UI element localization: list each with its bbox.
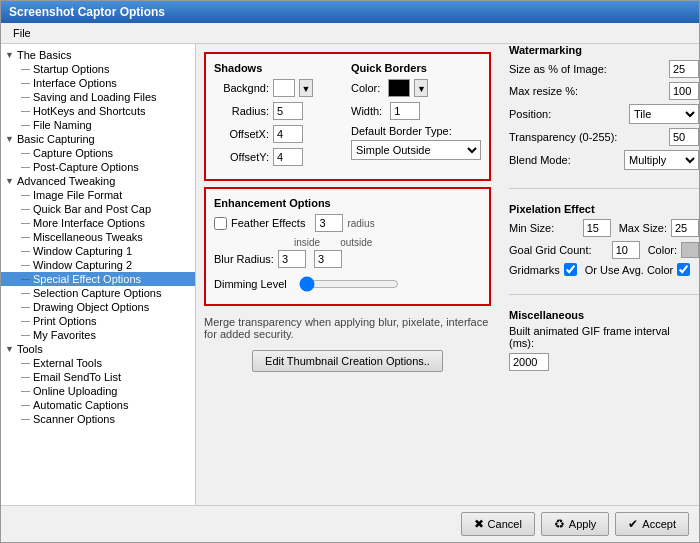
bottom-bar: ✖ Cancel ♻ Apply ✔ Accept	[1, 505, 699, 542]
shadows-section: Shadows Backgnd: ▼ Radius: OffsetX:	[214, 62, 341, 171]
wm-transparency-input[interactable]	[669, 128, 699, 146]
dimming-slider[interactable]	[299, 277, 399, 291]
sidebar-item-more-interface[interactable]: — More Interface Options	[1, 216, 195, 230]
px-goal-input[interactable]	[612, 241, 640, 259]
sidebar-section-the-basics[interactable]: ▼ The Basics	[1, 48, 195, 62]
expand-arrow: ▼	[5, 344, 17, 354]
main-panel: Shadows Backgnd: ▼ Radius: OffsetX:	[196, 44, 699, 505]
wm-size-row: Size as % of Image:	[509, 60, 699, 78]
misc-title: Miscellaneous	[509, 309, 699, 321]
file-menu[interactable]: File	[5, 25, 39, 41]
sidebar-item-my-favorites[interactable]: — My Favorites	[1, 328, 195, 342]
sidebar-item-email-send[interactable]: — Email SendTo List	[1, 370, 195, 384]
px-max-input[interactable]	[671, 219, 699, 237]
blur-labels: inside outside	[294, 237, 481, 248]
sidebar-item-interface-options[interactable]: — Interface Options	[1, 76, 195, 90]
wm-size-input[interactable]	[669, 60, 699, 78]
wm-size-label: Size as % of Image:	[509, 63, 665, 75]
offsetx-input[interactable]	[273, 125, 303, 143]
sidebar-item-capture-options[interactable]: — Capture Options	[1, 146, 195, 160]
radius-label: Radius:	[214, 105, 269, 117]
wm-blend-label: Blend Mode:	[509, 154, 620, 166]
main-window: Screenshot Captor Options File ▼ The Bas…	[0, 0, 700, 543]
wm-blend-row: Blend Mode: Multiply Normal Screen Overl…	[509, 150, 699, 170]
cancel-button[interactable]: ✖ Cancel	[461, 512, 535, 536]
border-color-dropdown[interactable]: ▼	[414, 79, 428, 97]
sidebar-item-scanner-options[interactable]: — Scanner Options	[1, 412, 195, 426]
sidebar-item-external-tools[interactable]: — External Tools	[1, 356, 195, 370]
blur-inside-label: inside	[294, 237, 320, 248]
sidebar-item-special-effect[interactable]: — Special Effect Options	[1, 272, 195, 286]
sidebar-section-advanced-tweaking[interactable]: ▼ Advanced Tweaking	[1, 174, 195, 188]
px-gridmarks-checkbox[interactable]	[564, 263, 577, 276]
sidebar-item-saving-loading[interactable]: — Saving and Loading Files	[1, 90, 195, 104]
wm-position-row: Position: Tile Top Left Top Right Center…	[509, 104, 699, 124]
offsetx-label: OffsetX:	[214, 128, 269, 140]
shadows-offsety-row: OffsetY:	[214, 148, 331, 166]
width-label: Width:	[351, 105, 382, 117]
border-color-swatch[interactable]	[388, 79, 410, 97]
expand-arrow: ▼	[5, 134, 17, 144]
sidebar-section-tools[interactable]: ▼ Tools	[1, 342, 195, 356]
wm-maxresize-label: Max resize %:	[509, 85, 665, 97]
sidebar-item-misc-tweaks[interactable]: — Miscellaneous Tweaks	[1, 230, 195, 244]
wm-position-select[interactable]: Tile Top Left Top Right Center Bottom Le…	[629, 104, 699, 124]
sidebar-item-image-file-format[interactable]: — Image File Format	[1, 188, 195, 202]
misc-gif-label: Built animated GIF frame interval (ms):	[509, 325, 695, 349]
backgnd-dropdown[interactable]: ▼	[299, 79, 313, 97]
color-label: Color:	[351, 82, 380, 94]
cancel-label: Cancel	[488, 518, 522, 530]
sidebar-item-window-cap-2[interactable]: — Window Capturing 2	[1, 258, 195, 272]
feather-radius-input[interactable]	[315, 214, 343, 232]
window-title: Screenshot Captor Options	[9, 5, 165, 19]
offsety-input[interactable]	[273, 148, 303, 166]
radius-input[interactable]	[273, 102, 303, 120]
border-type-select[interactable]: Simple Outside Simple Inside Raised Sunk…	[351, 140, 481, 160]
accept-icon: ✔	[628, 517, 638, 531]
wm-blend-select[interactable]: Multiply Normal Screen Overlay	[624, 150, 699, 170]
backgnd-color-swatch[interactable]	[273, 79, 295, 97]
border-type-label: Default Border Type:	[351, 125, 481, 137]
watermarking-section: Watermarking Size as % of Image: Max res…	[509, 44, 699, 174]
px-color-swatch[interactable]	[681, 242, 699, 258]
blur-inside-input[interactable]	[278, 250, 306, 268]
blur-outside-input[interactable]	[314, 250, 342, 268]
sidebar-item-drawing-object[interactable]: — Drawing Object Options	[1, 300, 195, 314]
right-panel: Watermarking Size as % of Image: Max res…	[499, 44, 699, 505]
thumbnail-button[interactable]: Edit Thumbnail Creation Options..	[252, 350, 443, 372]
quick-borders-title: Quick Borders	[351, 62, 481, 74]
apply-button[interactable]: ♻ Apply	[541, 512, 610, 536]
misc-gif-input[interactable]	[509, 353, 549, 371]
px-min-input[interactable]	[583, 219, 611, 237]
px-goal-label: Goal Grid Count:	[509, 244, 608, 256]
sidebar-item-post-capture[interactable]: — Post-Capture Options	[1, 160, 195, 174]
px-max-label: Max Size:	[619, 222, 667, 234]
merge-text: Merge transparency when applying blur, p…	[204, 312, 491, 344]
sidebar-item-hotkeys[interactable]: — HotKeys and Shortcuts	[1, 104, 195, 118]
sidebar-item-print-options[interactable]: — Print Options	[1, 314, 195, 328]
px-color-label: Color:	[648, 244, 677, 256]
sidebar-item-online-uploading[interactable]: — Online Uploading	[1, 384, 195, 398]
px-minmax-row: Min Size: Max Size:	[509, 219, 699, 237]
wm-transparency-row: Transparency (0-255):	[509, 128, 699, 146]
px-gridmarks-row: Gridmarks Or Use Avg. Color	[509, 263, 699, 276]
width-input[interactable]	[390, 102, 420, 120]
blur-row: Blur Radius:	[214, 250, 481, 268]
feather-checkbox[interactable]	[214, 217, 227, 230]
wm-transparency-label: Transparency (0-255):	[509, 131, 665, 143]
sidebar-item-file-naming[interactable]: — File Naming	[1, 118, 195, 132]
sidebar-item-selection-capture[interactable]: — Selection Capture Options	[1, 286, 195, 300]
px-avg-label: Or Use Avg. Color	[585, 264, 673, 276]
apply-icon: ♻	[554, 517, 565, 531]
backgnd-label: Backgnd:	[214, 82, 269, 94]
shadows-backgnd-row: Backgnd: ▼	[214, 79, 331, 97]
accept-button[interactable]: ✔ Accept	[615, 512, 689, 536]
sidebar-section-basic-capturing[interactable]: ▼ Basic Capturing	[1, 132, 195, 146]
wm-maxresize-input[interactable]	[669, 82, 699, 100]
sidebar-item-quick-bar[interactable]: — Quick Bar and Post Cap	[1, 202, 195, 216]
sidebar-item-auto-captions[interactable]: — Automatic Captions	[1, 398, 195, 412]
shadows-title: Shadows	[214, 62, 331, 74]
sidebar-item-window-cap-1[interactable]: — Window Capturing 1	[1, 244, 195, 258]
sidebar-item-startup-options[interactable]: — Startup Options	[1, 62, 195, 76]
px-avg-checkbox[interactable]	[677, 263, 690, 276]
